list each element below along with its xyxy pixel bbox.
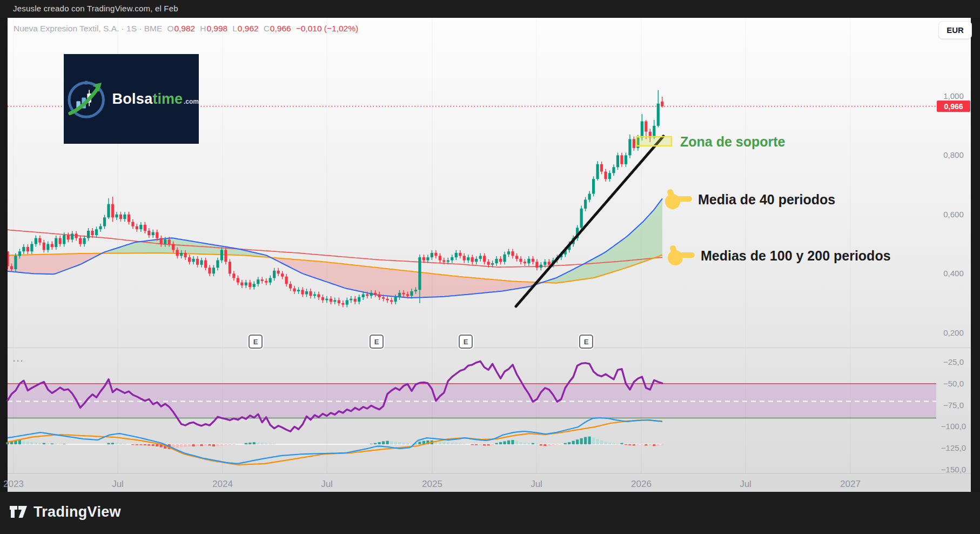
change-value: −0,010 (−1,02%) (296, 24, 358, 34)
earnings-marker[interactable]: E (249, 335, 263, 349)
time-axis-label: 2024 (206, 479, 239, 490)
last-price-badge: 0,966 (937, 101, 970, 112)
tradingview-logo-icon (10, 505, 28, 519)
price-axis-label: 1,000 (936, 91, 971, 101)
earnings-marker[interactable]: E (579, 335, 593, 349)
time-axis-label: Jul (102, 479, 134, 490)
earnings-marker[interactable]: E (370, 335, 384, 349)
bolsatime-watermark: Bolsatime.com (64, 54, 199, 144)
close-value: 0,966 (270, 24, 291, 34)
time-axis-label: 2027 (834, 479, 867, 490)
price-axis-label: 0,600 (936, 210, 971, 219)
pointing-hand-icon (666, 243, 695, 268)
indicator-axis-label: −25,0 (936, 357, 971, 366)
price-axis-label: 0,800 (936, 150, 971, 159)
support-zone-annotation-label: Zona de soporte (680, 134, 785, 150)
watermark-time-text: time (152, 91, 183, 108)
tradingview-logo[interactable]: TradingView (10, 504, 121, 520)
tradingview-screenshot: { "header": { "title": "Jesusle creado c… (0, 0, 980, 534)
time-axis-label: 2023 (0, 479, 30, 490)
time-axis-label: 2025 (416, 479, 448, 490)
open-value: 0,982 (174, 24, 195, 34)
indicator-axis-label: −75,0 (936, 401, 971, 410)
ma40-annotation: Media de 40 periodos (663, 187, 835, 212)
open-label: O (167, 24, 173, 34)
low-value: 0,962 (238, 24, 259, 34)
last-price-value: 0,966 (944, 102, 963, 111)
time-axis-label: Jul (520, 479, 553, 490)
close-label: C (264, 24, 270, 34)
window-title: Jesusle creado con TradingView.com, el F… (13, 4, 178, 13)
indicator-axis-label: −150,0 (936, 465, 971, 474)
earnings-marker[interactable]: E (459, 335, 473, 349)
time-axis-label: 2026 (625, 479, 657, 490)
ma40-annotation-label: Media de 40 periodos (698, 192, 835, 208)
price-axis-label: 0,200 (936, 328, 971, 337)
ma100-200-annotation-label: Medias de 100 y 200 periodos (701, 248, 891, 264)
symbol-title: Nueva Expresion Textil, S.A. · 1S · BME (14, 24, 162, 34)
symbol-legend[interactable]: Nueva Expresion Textil, S.A. · 1S · BME … (14, 24, 358, 34)
time-axis-label: Jul (729, 479, 762, 490)
watermark-bolsa-text: Bolsa (112, 91, 152, 108)
window-title-bar: Jesusle creado con TradingView.com, el F… (0, 0, 980, 18)
bolsatime-logo-icon (64, 76, 109, 122)
footer-bar: TradingView (0, 492, 980, 534)
time-axis-label: Jul (311, 479, 343, 490)
pointing-hand-icon (663, 187, 693, 212)
low-label: L (232, 24, 237, 34)
indicator-more-menu[interactable]: ··· (13, 356, 24, 365)
currency-button[interactable]: EUR (938, 21, 972, 39)
tradingview-brand-text: TradingView (33, 504, 121, 520)
indicator-axis-label: −50,0 (936, 379, 971, 388)
currency-button-label: EUR (947, 25, 964, 35)
watermark-dotcom-text: .com (184, 98, 199, 105)
indicator-axis-label: −125,0 (936, 443, 971, 452)
high-value: 0,998 (206, 24, 227, 34)
high-label: H (200, 24, 206, 34)
indicator-axis-label: −100,0 (936, 422, 971, 431)
ma100-200-annotation: Medias de 100 y 200 periodos (666, 243, 891, 268)
price-axis-label: 0,400 (936, 269, 971, 278)
